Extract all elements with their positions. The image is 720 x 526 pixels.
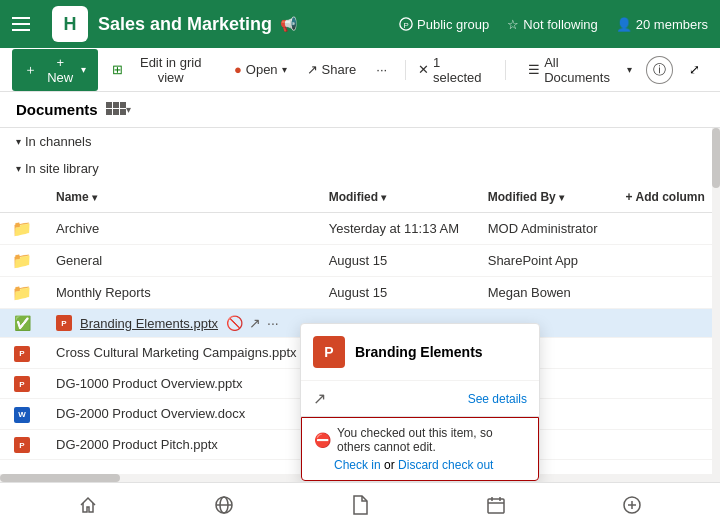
- docx-icon: W: [14, 407, 30, 423]
- svg-rect-2: [106, 102, 112, 108]
- pptx-icon: P: [14, 376, 30, 392]
- grid-icon: ⊞: [112, 62, 123, 77]
- docs-header: Documents ▾: [0, 92, 720, 128]
- col-modified[interactable]: Modified ▾: [317, 182, 476, 213]
- table-row[interactable]: 📁 General August 15 SharePoint App: [0, 245, 720, 277]
- docs-title: Documents: [16, 101, 98, 118]
- folder-icon: 📁: [12, 220, 32, 237]
- vertical-scrollbar[interactable]: [712, 128, 720, 482]
- all-docs-button[interactable]: ☰ All Documents ▾: [522, 51, 638, 89]
- chevron-icon: ▾: [16, 136, 21, 147]
- top-bar: H Sales and Marketing 📢 P Public group ☆…: [0, 0, 720, 48]
- modified-by: SharePoint App: [476, 245, 614, 277]
- bottom-nav: [0, 482, 720, 526]
- share-action-icon[interactable]: ↗: [249, 315, 261, 331]
- view-toggle[interactable]: ▾: [106, 102, 131, 118]
- file-link[interactable]: General: [56, 253, 102, 268]
- pptx-icon: P: [56, 315, 72, 331]
- file-link[interactable]: DG-2000 Product Overview.docx: [56, 406, 245, 421]
- col-name[interactable]: Name ▾: [44, 182, 317, 213]
- warning-row: ⛔ You checked out this item, so others c…: [314, 426, 526, 454]
- col-modified-by[interactable]: Modified By ▾: [476, 182, 614, 213]
- svg-rect-5: [106, 109, 112, 115]
- tooltip-share-icon[interactable]: ↗: [313, 389, 326, 408]
- members-count[interactable]: 👤 20 members: [616, 17, 708, 32]
- more-button[interactable]: ···: [370, 58, 393, 81]
- tooltip-title: Branding Elements: [355, 344, 483, 360]
- expand-button[interactable]: ⤢: [681, 56, 708, 84]
- nav-home[interactable]: [68, 485, 108, 525]
- modified-date: Yesterday at 11:13 AM: [317, 213, 476, 245]
- file-link[interactable]: Cross Cultural Marketing Campaigns.pptx: [56, 345, 297, 360]
- pptx-icon: P: [14, 437, 30, 453]
- new-button[interactable]: ＋ + New ▾: [12, 49, 98, 91]
- svg-rect-6: [113, 109, 119, 115]
- check-in-link[interactable]: Check in: [334, 458, 381, 472]
- modified-by: Megan Bowen: [476, 277, 614, 309]
- main-content: ▾ In channels ▾ In site library Name ▾ M…: [0, 128, 720, 482]
- tooltip-actions: ↗ See details: [301, 381, 539, 417]
- app-logo: H: [52, 6, 88, 42]
- x-icon[interactable]: ✕: [418, 62, 429, 77]
- more-action-icon[interactable]: ···: [267, 315, 279, 331]
- more-icon: ···: [376, 62, 387, 77]
- info-button[interactable]: ⓘ: [646, 56, 673, 84]
- nav-more[interactable]: [612, 485, 652, 525]
- top-bar-actions: P Public group ☆ Not following 👤 20 memb…: [399, 17, 708, 32]
- chevron-icon: ▾: [16, 163, 21, 174]
- tooltip-popup: P Branding Elements ↗ See details ⛔ You …: [300, 323, 540, 482]
- list-icon: ☰: [528, 62, 540, 77]
- checkout-icon: ✅: [14, 315, 31, 331]
- nav-file[interactable]: [340, 485, 380, 525]
- see-details-link[interactable]: See details: [468, 392, 527, 406]
- share-icon: ↗: [307, 62, 318, 77]
- toolbar: ＋ + New ▾ ⊞ Edit in grid view ● Open ▾ ↗…: [0, 48, 720, 92]
- discard-checkout-icon[interactable]: 🚫: [226, 315, 243, 331]
- add-column-button[interactable]: + Add column: [614, 182, 720, 213]
- group-title: Sales and Marketing: [98, 14, 272, 35]
- file-link[interactable]: DG-2000 Product Pitch.pptx: [56, 437, 218, 452]
- discard-link[interactable]: Discard check out: [398, 458, 493, 472]
- file-link[interactable]: Branding Elements.pptx: [80, 316, 218, 331]
- open-button[interactable]: ● Open ▾: [228, 58, 293, 81]
- not-following-btn[interactable]: ☆ Not following: [507, 17, 597, 32]
- public-group-badge: P Public group: [399, 17, 489, 32]
- warning-links: Check in or Discard check out: [314, 458, 526, 472]
- folder-icon: 📁: [12, 284, 32, 301]
- share-button[interactable]: ↗ Share: [301, 58, 363, 81]
- toolbar-divider: [405, 60, 406, 80]
- section-in-site-library[interactable]: ▾ In site library: [0, 155, 720, 182]
- table-row[interactable]: 📁 Monthly Reports August 15 Megan Bowen: [0, 277, 720, 309]
- selected-badge: ✕ 1 selected: [418, 55, 489, 85]
- open-icon: ●: [234, 62, 242, 77]
- tooltip-header: P Branding Elements: [301, 324, 539, 381]
- section-in-channels[interactable]: ▾ In channels: [0, 128, 720, 155]
- nav-globe[interactable]: [204, 485, 244, 525]
- hamburger-menu[interactable]: [12, 8, 44, 40]
- tooltip-file-icon: P: [313, 336, 345, 368]
- nav-calendar[interactable]: [476, 485, 516, 525]
- folder-icon: 📁: [12, 252, 32, 269]
- modified-date: August 15: [317, 277, 476, 309]
- file-link[interactable]: Monthly Reports: [56, 285, 151, 300]
- modified-date: August 15: [317, 245, 476, 277]
- file-link[interactable]: Archive: [56, 221, 99, 236]
- warning-icon: ⛔: [314, 432, 331, 448]
- svg-rect-11: [488, 499, 504, 513]
- svg-text:P: P: [403, 21, 408, 30]
- edit-grid-button[interactable]: ⊞ Edit in grid view: [106, 51, 220, 89]
- pptx-icon: P: [14, 346, 30, 362]
- file-link[interactable]: DG-1000 Product Overview.pptx: [56, 376, 242, 391]
- megaphone-icon: 📢: [280, 16, 297, 32]
- toolbar-divider-2: [505, 60, 506, 80]
- scrollbar-thumb[interactable]: [712, 128, 720, 188]
- svg-rect-3: [113, 102, 119, 108]
- modified-by: MOD Administrator: [476, 213, 614, 245]
- tooltip-warning: ⛔ You checked out this item, so others c…: [301, 417, 539, 481]
- hscrollbar-thumb[interactable]: [0, 474, 120, 482]
- table-row[interactable]: 📁 Archive Yesterday at 11:13 AM MOD Admi…: [0, 213, 720, 245]
